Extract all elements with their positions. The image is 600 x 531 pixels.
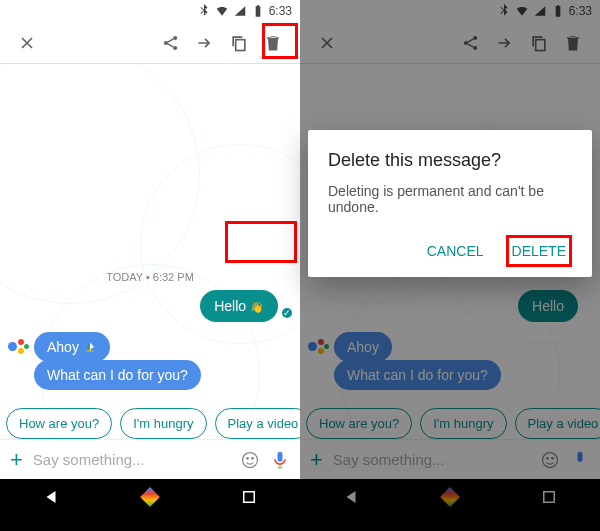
annotation-highlight xyxy=(225,221,297,263)
annotation-highlight xyxy=(262,23,298,59)
assistant-message[interactable]: What can I do for you? xyxy=(34,360,201,390)
svg-point-1 xyxy=(173,35,177,39)
suggestion-chips: How are you? I'm hungry Play a video Sho… xyxy=(6,408,300,439)
compose-bar: + Say something... xyxy=(0,439,300,479)
chat-timestamp: TODAY • 6:32 PM xyxy=(0,271,300,283)
assistant-message[interactable]: Ahoy xyxy=(34,332,110,362)
svg-rect-3 xyxy=(236,39,245,50)
share-button[interactable] xyxy=(154,26,188,60)
assistant-avatar-icon xyxy=(8,337,28,357)
svg-rect-9 xyxy=(244,491,255,502)
emoji-icon[interactable] xyxy=(240,450,260,470)
svg-point-2 xyxy=(173,45,177,49)
compose-input[interactable]: Say something... xyxy=(33,451,230,468)
message-status-icon: ✓ xyxy=(280,306,294,320)
dialog-title: Delete this message? xyxy=(328,150,572,171)
svg-point-4 xyxy=(243,452,258,467)
close-button[interactable] xyxy=(10,26,44,60)
wifi-icon xyxy=(215,4,229,18)
status-bar: 6:33 xyxy=(0,0,300,22)
copy-button[interactable] xyxy=(222,26,256,60)
bluetooth-icon xyxy=(197,4,211,18)
mic-icon[interactable] xyxy=(270,450,290,470)
back-icon[interactable] xyxy=(42,488,60,506)
nav-bar xyxy=(0,479,300,514)
home-icon[interactable] xyxy=(140,487,160,507)
confirm-delete-button[interactable]: DELETE xyxy=(506,235,572,267)
dialog-body: Deleting is permanent and can't be undon… xyxy=(328,183,572,215)
selection-toolbar xyxy=(0,22,300,64)
suggestion-chip[interactable]: I'm hungry xyxy=(120,408,206,439)
svg-point-6 xyxy=(252,457,254,459)
outgoing-message[interactable]: Hello 👋 xyxy=(200,290,278,322)
recents-icon[interactable] xyxy=(240,488,258,506)
cancel-button[interactable]: CANCEL xyxy=(421,235,490,267)
chat-area: TODAY • 6:32 PM Hello 👋 ✓ Ahoy What can … xyxy=(0,64,300,531)
svg-point-0 xyxy=(164,40,168,44)
svg-rect-8 xyxy=(278,467,283,468)
signal-icon xyxy=(233,4,247,18)
suggestion-chip[interactable]: How are you? xyxy=(6,408,112,439)
add-button[interactable]: + xyxy=(10,447,23,473)
suggestion-chip[interactable]: Play a video xyxy=(215,408,300,439)
status-time: 6:33 xyxy=(269,4,292,18)
forward-button[interactable] xyxy=(188,26,222,60)
svg-rect-7 xyxy=(279,465,281,468)
svg-point-5 xyxy=(247,457,249,459)
battery-icon xyxy=(251,4,265,18)
delete-dialog: Delete this message? Deleting is permane… xyxy=(308,130,592,277)
